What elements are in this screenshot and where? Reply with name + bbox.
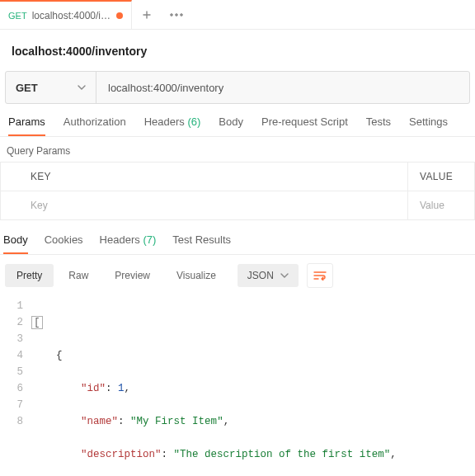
line-number: 4 bbox=[0, 347, 23, 364]
request-tab[interactable]: GET localhost:4000/inventc bbox=[0, 0, 132, 29]
svg-point-2 bbox=[181, 13, 183, 16]
tab-bar: GET localhost:4000/inventc bbox=[0, 0, 475, 30]
chevron-down-icon bbox=[78, 83, 86, 92]
key-input[interactable]: Key bbox=[1, 191, 408, 219]
svg-point-1 bbox=[176, 13, 178, 16]
format-select[interactable]: JSON bbox=[238, 264, 299, 287]
wrap-lines-button[interactable] bbox=[307, 263, 333, 288]
code-content[interactable]: [ { "id": 1, "name": "My First Item", "d… bbox=[31, 298, 397, 476]
format-value: JSON bbox=[247, 270, 274, 281]
svg-point-0 bbox=[171, 13, 173, 16]
response-tabs: Body Cookies Headers (7) Test Results bbox=[0, 220, 475, 255]
line-number: 7 bbox=[0, 397, 23, 413]
table-row: Key Value bbox=[1, 191, 474, 219]
chevron-down-icon bbox=[280, 271, 289, 280]
resp-tab-body[interactable]: Body bbox=[3, 233, 28, 254]
resp-tab-headers-count: (7) bbox=[143, 233, 156, 246]
key-header: KEY bbox=[1, 163, 408, 191]
tab-prerequest[interactable]: Pre-request Script bbox=[261, 115, 348, 136]
line-number: 3 bbox=[0, 331, 23, 347]
url-bar: GET localhost:4000/inventory bbox=[5, 71, 470, 104]
method-select[interactable]: GET bbox=[6, 72, 96, 103]
view-preview[interactable]: Preview bbox=[103, 264, 162, 287]
request-title: localhost:4000/inventory bbox=[0, 30, 475, 66]
method-select-value: GET bbox=[16, 82, 38, 94]
tab-title: localhost:4000/inventc bbox=[32, 10, 111, 21]
line-gutter: 1 2 3 4 5 6 7 8 bbox=[0, 298, 31, 476]
url-input[interactable]: localhost:4000/inventory bbox=[96, 72, 469, 103]
table-header-row: KEY VALUE bbox=[1, 163, 474, 191]
resp-tab-testresults[interactable]: Test Results bbox=[172, 233, 231, 254]
response-toolbar: Pretty Raw Preview Visualize JSON bbox=[0, 255, 475, 296]
tab-settings[interactable]: Settings bbox=[409, 115, 448, 136]
line-number: 6 bbox=[0, 380, 23, 397]
tab-method: GET bbox=[8, 11, 27, 21]
line-number: 2 bbox=[0, 314, 23, 331]
wrap-icon bbox=[313, 271, 327, 280]
line-number: 1 bbox=[0, 298, 23, 314]
value-input[interactable]: Value bbox=[408, 191, 474, 219]
tab-headers-label: Headers bbox=[144, 115, 185, 128]
request-subtabs: Params Authorization Headers (6) Body Pr… bbox=[0, 104, 475, 137]
tab-authorization[interactable]: Authorization bbox=[63, 115, 126, 136]
line-number: 5 bbox=[0, 364, 23, 380]
resp-tab-headers-label: Headers bbox=[100, 233, 140, 246]
tab-headers[interactable]: Headers (6) bbox=[144, 115, 201, 136]
view-raw[interactable]: Raw bbox=[57, 264, 100, 287]
resp-tab-headers[interactable]: Headers (7) bbox=[100, 233, 157, 254]
more-tabs-button[interactable] bbox=[162, 0, 191, 30]
unsaved-indicator-icon bbox=[116, 12, 123, 19]
tab-body[interactable]: Body bbox=[219, 115, 243, 136]
value-header: VALUE bbox=[408, 163, 474, 191]
url-value: localhost:4000/inventory bbox=[108, 82, 223, 94]
tab-params[interactable]: Params bbox=[8, 115, 45, 136]
line-number: 8 bbox=[0, 413, 23, 430]
view-pretty[interactable]: Pretty bbox=[5, 264, 54, 287]
tab-tests[interactable]: Tests bbox=[366, 115, 391, 136]
query-params-table: KEY VALUE Key Value bbox=[0, 162, 475, 220]
tab-headers-count: (6) bbox=[187, 115, 200, 128]
view-visualize[interactable]: Visualize bbox=[165, 264, 228, 287]
response-body-viewer: 1 2 3 4 5 6 7 8 [ { "id": 1, "name": "My… bbox=[0, 296, 475, 476]
resp-tab-cookies[interactable]: Cookies bbox=[45, 233, 83, 254]
new-tab-button[interactable] bbox=[132, 0, 162, 30]
query-params-label: Query Params bbox=[0, 137, 475, 162]
